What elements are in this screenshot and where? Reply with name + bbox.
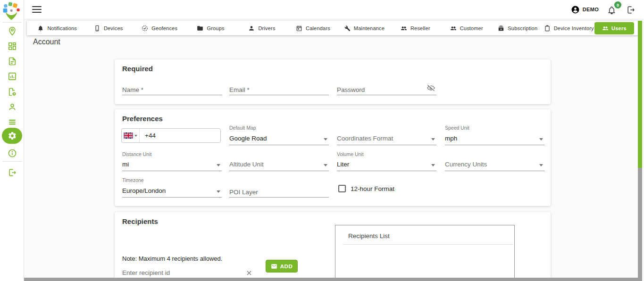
chevron-down-icon <box>431 164 435 166</box>
recipients-list-box: Recipients List <box>335 225 515 281</box>
tab-groups[interactable]: Groups <box>185 25 236 32</box>
tab-maintenance[interactable]: Maintenance <box>339 25 390 32</box>
chevron-down-icon <box>431 138 435 140</box>
smartphone-icon <box>94 25 100 32</box>
topbar: DEMO 0 <box>24 0 644 19</box>
calendar-icon <box>296 25 302 32</box>
sidebar-item-dashboard-icon[interactable] <box>0 40 24 53</box>
tab-label: Maintenance <box>354 25 385 31</box>
chevron-down-icon <box>324 138 327 140</box>
tab-subscription[interactable]: Subscription <box>492 25 543 32</box>
currency-units-select[interactable]: Currency Units <box>445 151 544 171</box>
folder-icon <box>197 25 203 32</box>
sidebar-item-report-settings-icon[interactable] <box>0 85 24 99</box>
clipboard-icon <box>544 25 551 32</box>
vertical-scrollbar-track[interactable] <box>638 168 642 281</box>
password-field[interactable] <box>337 84 436 95</box>
vertical-scrollbar-thumb[interactable] <box>638 21 642 168</box>
field-label: Speed Unit <box>445 125 469 131</box>
tab-label: Drivers <box>258 25 275 31</box>
people-icon <box>450 25 457 32</box>
chevron-down-icon <box>217 190 220 193</box>
uk-flag-icon <box>124 132 133 139</box>
email-field[interactable] <box>229 84 329 95</box>
volume-unit-select[interactable]: Volume Unit Liter <box>337 151 436 171</box>
module-tabbar: Notifications Devices Geofences Groups D… <box>27 21 638 35</box>
tab-devices[interactable]: Devices <box>83 25 134 32</box>
tab-label: Users <box>611 25 627 31</box>
recipients-card: Recipients Note: Maximum 4 recipients al… <box>115 212 551 281</box>
default-map-select[interactable]: Default Map Google Road <box>229 125 329 145</box>
menu-toggle-icon[interactable] <box>32 6 42 13</box>
speed-unit-select[interactable]: Speed Unit mph <box>445 125 544 145</box>
clear-input-icon[interactable] <box>245 269 253 277</box>
tab-device-inventory[interactable]: Device Inventory <box>544 25 594 32</box>
phone-number-field[interactable] <box>121 128 221 143</box>
chevron-down-icon <box>324 164 327 166</box>
geofence-check-icon <box>142 25 148 32</box>
recipient-id-input[interactable] <box>122 269 245 276</box>
sidebar-item-places-icon[interactable] <box>0 25 24 38</box>
main-content: Notifications Devices Geofences Groups D… <box>24 19 644 281</box>
coordinates-format-select[interactable]: Coordinates Format <box>337 125 436 145</box>
twelve-hour-format-option[interactable]: 12-hour Format <box>338 185 394 192</box>
tab-geofences[interactable]: Geofences <box>134 25 185 32</box>
sidebar-item-settings-icon[interactable] <box>2 128 22 144</box>
chevron-down-icon <box>539 138 543 140</box>
sidebar-divider <box>2 161 22 162</box>
distance-unit-select[interactable]: Distance Unit mi <box>122 151 222 171</box>
password-input[interactable] <box>337 84 436 95</box>
app-logo-icon <box>2 1 22 21</box>
altitude-unit-select[interactable]: Altitude Unit <box>229 151 329 171</box>
timezone-select[interactable]: Timezone Europe/London <box>122 177 222 198</box>
wrench-icon <box>344 25 351 32</box>
field-label: Timezone <box>122 177 144 183</box>
tab-notifications[interactable]: Notifications <box>32 25 83 32</box>
name-input[interactable] <box>122 84 222 95</box>
notifications-bell-icon[interactable]: 0 <box>607 4 619 17</box>
page-title: Account <box>33 38 60 46</box>
recipients-list-title: Recipients List <box>348 232 390 240</box>
field-placeholder: Currency Units <box>445 158 544 171</box>
user-menu[interactable]: DEMO <box>571 4 599 15</box>
tab-label: Device Inventory <box>554 25 594 31</box>
add-recipient-button[interactable]: ADD <box>266 260 298 273</box>
sidebar-item-account-icon[interactable] <box>0 100 24 114</box>
chevron-down-icon <box>134 135 137 137</box>
add-button-label: ADD <box>280 264 293 269</box>
field-value: Google Road <box>229 132 329 145</box>
tab-label: Customer <box>460 25 483 31</box>
recipient-id-field[interactable] <box>122 267 253 279</box>
poi-layer-input[interactable] <box>229 187 329 197</box>
name-field[interactable] <box>122 84 222 95</box>
notification-count-badge: 0 <box>614 1 621 8</box>
sidebar-item-reports-icon[interactable] <box>0 70 24 83</box>
horizontal-scrollbar[interactable] <box>24 278 638 281</box>
user-name-label: DEMO <box>583 7 599 12</box>
tab-calendars[interactable]: Calendars <box>287 25 338 32</box>
field-placeholder: Coordinates Format <box>337 132 436 145</box>
logout-icon[interactable] <box>626 5 636 15</box>
tab-customer[interactable]: Customer <box>441 25 492 32</box>
tab-reseller[interactable]: Reseller <box>390 25 441 32</box>
password-visibility-off-icon[interactable] <box>427 83 435 92</box>
checkbox-unchecked-icon[interactable] <box>338 185 346 192</box>
sidebar-item-logout-icon[interactable] <box>0 166 24 179</box>
country-flag-dropdown[interactable] <box>122 129 140 142</box>
sidebar <box>0 0 24 281</box>
field-value: mph <box>445 132 544 145</box>
sidebar-item-list-icon[interactable] <box>0 116 24 129</box>
tab-users[interactable]: Users <box>594 22 634 34</box>
poi-layer-field[interactable] <box>229 187 329 198</box>
email-input[interactable] <box>229 84 329 95</box>
field-label: Volume Unit <box>337 151 364 157</box>
subscription-box-icon <box>498 25 504 32</box>
sidebar-item-documents-icon[interactable] <box>0 55 24 68</box>
tab-drivers[interactable]: Drivers <box>236 25 287 32</box>
required-card-title: Required <box>122 65 153 73</box>
sidebar-item-info-icon[interactable] <box>0 147 24 160</box>
dial-code-input[interactable] <box>140 132 220 139</box>
preferences-card: Preferences Default Map Google Road Coor… <box>115 109 551 206</box>
preferences-card-title: Preferences <box>122 115 163 123</box>
bell-icon <box>37 25 44 32</box>
